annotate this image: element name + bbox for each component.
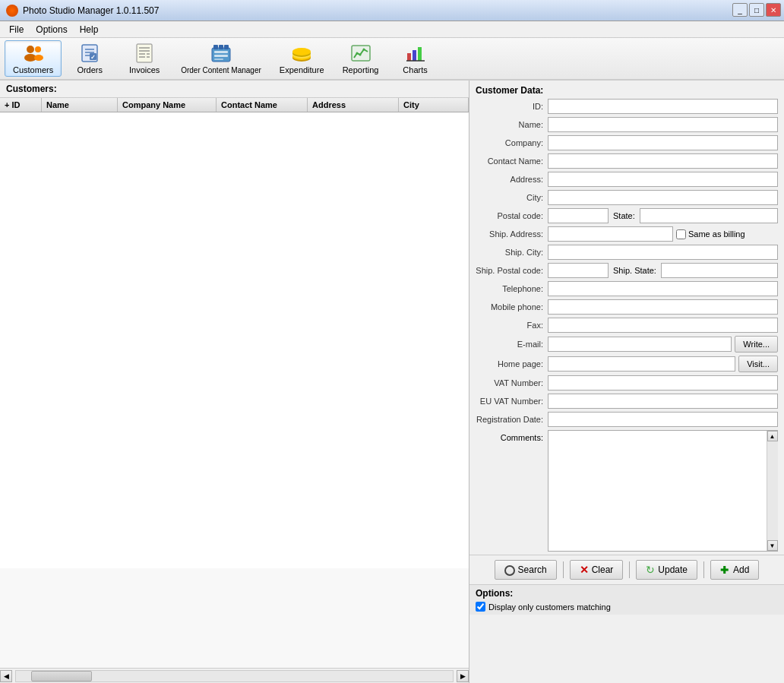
menu-file[interactable]: File [3,23,30,36]
fax-input[interactable] [548,318,778,333]
comments-scrollbar[interactable]: ▲ ▼ [767,431,777,551]
field-ship-city-row: Ship. City: [476,245,778,260]
menu-help[interactable]: Help [74,23,105,36]
toolbar-btn-invoices[interactable]: Invoices [118,40,171,77]
ship-postal-input[interactable] [548,263,609,278]
maximize-button[interactable]: □ [749,3,764,17]
ship-address-input[interactable] [548,226,673,242]
search-button[interactable]: Search [495,560,557,580]
field-id-row: ID: [476,99,778,114]
comments-label: Comments: [476,430,548,552]
svg-rect-19 [219,45,223,49]
customer-table[interactable]: + ID Name Company Name Contact Name Addr… [0,98,469,668]
table-body [0,112,469,568]
ocm-label: Order Content Manager [181,66,261,74]
svg-rect-35 [418,47,422,61]
separator-1 [563,561,564,578]
telephone-label: Telephone: [476,284,548,293]
field-postal-row: Postal code: State: [476,208,778,223]
separator-2 [629,561,630,578]
scroll-thumb[interactable] [31,671,92,681]
title-bar: Photo Studio Manager 1.0.11.507 _ □ ✕ [0,0,784,21]
orders-label: Orders [77,65,103,74]
display-matching-checkbox[interactable] [476,602,485,612]
same-as-billing-checkbox[interactable] [676,229,686,239]
toolbar-btn-expenditure[interactable]: Expenditure [271,40,333,77]
contact-name-label: Contact Name: [476,157,548,166]
scroll-track[interactable] [15,670,454,682]
vat-input[interactable] [548,375,778,391]
separator-3 [703,561,704,578]
mobile-label: Mobile phone: [476,302,548,311]
col-city[interactable]: City [399,98,469,112]
state-input[interactable] [640,208,778,223]
col-company[interactable]: Company Name [118,98,217,112]
reg-date-label: Registration Date: [476,415,548,424]
field-name-row: Name: [476,117,778,132]
col-contact[interactable]: Contact Name [217,98,308,112]
toolbar-btn-orders[interactable]: ✓ Orders [63,40,116,77]
contact-name-input[interactable] [548,153,778,169]
svg-point-31 [359,54,361,56]
company-input[interactable] [548,135,778,150]
vat-label: VAT Number: [476,378,548,387]
charts-label: Charts [403,65,427,74]
toolbar-btn-ocm[interactable]: Order Content Manager [172,40,270,77]
visit-button[interactable]: Visit... [738,356,778,372]
ship-state-input[interactable] [661,263,778,278]
options-section: Options: Display only customers matching [469,584,784,615]
add-button[interactable]: ✚ Add [710,560,759,580]
ocm-icon [210,43,232,65]
svg-point-3 [34,55,43,61]
write-button[interactable]: Write... [735,336,778,353]
customers-section-header: Customers: [0,81,469,98]
toolbar-btn-customers[interactable]: Customers [5,40,62,77]
comments-textarea[interactable] [548,431,777,549]
svg-rect-21 [214,51,228,53]
minimize-button[interactable]: _ [732,3,748,17]
expenditure-icon [291,43,312,64]
city-input[interactable] [548,190,778,205]
field-eu-vat-row: EU VAT Number: [476,394,778,409]
comments-wrapper: ▲ ▼ [548,430,778,552]
horizontal-scrollbar[interactable]: ◀ ▶ [0,668,469,683]
close-button[interactable]: ✕ [766,3,781,17]
scroll-track-vertical[interactable] [767,441,778,540]
telephone-input[interactable] [548,281,778,296]
scroll-right-arrow[interactable]: ▶ [457,670,469,682]
scroll-left-arrow[interactable]: ◀ [0,670,12,682]
scroll-up-arrow[interactable]: ▲ [767,431,778,441]
col-id[interactable]: + ID [0,98,42,112]
ship-address-label: Ship. Address: [476,229,548,239]
scroll-down-arrow[interactable]: ▼ [767,540,778,551]
address-input[interactable] [548,172,778,187]
id-input[interactable] [548,99,778,114]
field-mobile-row: Mobile phone: [476,299,778,315]
app-icon [6,5,18,17]
field-contact-name-row: Contact Name: [476,153,778,169]
state-label: State: [613,211,635,220]
update-button[interactable]: ↻ Update [636,560,697,580]
customers-icon [23,43,44,64]
clear-button[interactable]: ✕ Clear [570,560,624,580]
svg-rect-22 [214,55,228,57]
add-icon: ✚ [720,564,729,576]
display-matching-label[interactable]: Display only customers matching [476,602,611,612]
menu-options[interactable]: Options [30,23,73,36]
name-input[interactable] [548,117,778,132]
toolbar-btn-charts[interactable]: Charts [389,40,442,77]
right-panel: Customer Data: ID: Name: Company: Contac… [469,81,784,683]
col-name[interactable]: Name [42,98,118,112]
field-ship-postal-row: Ship. Postal code: Ship. State: [476,263,778,278]
reg-date-input[interactable] [548,412,778,427]
mobile-input[interactable] [548,299,778,315]
same-as-billing-label[interactable]: Same as billing [676,229,745,239]
email-input[interactable] [548,337,732,352]
eu-vat-input[interactable] [548,394,778,409]
col-address[interactable]: Address [308,98,399,112]
homepage-input[interactable] [548,356,735,372]
postal-code-input[interactable] [548,208,609,223]
svg-point-30 [356,52,358,55]
ship-city-input[interactable] [548,245,778,260]
toolbar-btn-reporting[interactable]: Reporting [334,40,387,77]
